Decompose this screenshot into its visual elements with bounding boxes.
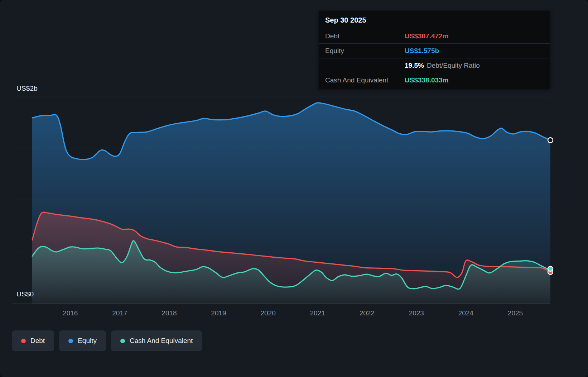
x-tick-label: 2018 [162, 309, 177, 317]
tooltip-debt-label: Debt [325, 32, 405, 40]
tooltip-row-ratio: 19.5%Debt/Equity Ratio [319, 58, 550, 73]
tooltip-date: Sep 30 2025 [319, 11, 550, 29]
y-axis-label-min: US$0 [16, 290, 34, 298]
legend-equity-label: Equity [78, 337, 97, 345]
tooltip-row-equity: Equity US$1.575b [319, 43, 550, 58]
legend-item-debt[interactable]: Debt [12, 330, 54, 351]
tooltip-row-cash: Cash And Equivalent US$338.033m [319, 73, 550, 87]
cash-and-equivalent-end-marker [548, 266, 553, 271]
legend-item-cash[interactable]: Cash And Equivalent [111, 330, 202, 351]
x-tick-label: 2019 [211, 309, 226, 317]
equity-legend-dot-icon [68, 339, 73, 343]
legend-item-equity[interactable]: Equity [59, 330, 106, 351]
debt-equity-history-chart: 2016201720182019202020212022202320242025… [0, 0, 588, 377]
tooltip-cash-value: US$338.033m [405, 76, 449, 84]
debt-legend-dot-icon [21, 339, 26, 343]
x-tick-label: 2020 [260, 309, 275, 317]
x-tick-label: 2021 [310, 309, 325, 317]
y-axis-label-max: US$2b [16, 85, 38, 92]
tooltip-row-debt: Debt US$307.472m [319, 29, 550, 43]
legend-debt-label: Debt [30, 337, 45, 345]
tooltip-ratio-label: Debt/Equity Ratio [427, 62, 480, 69]
x-tick-label: 2024 [458, 309, 474, 317]
tooltip-ratio-percent: 19.5% [405, 62, 424, 69]
cash-legend-dot-icon [120, 339, 125, 343]
tooltip-equity-value: US$1.575b [405, 47, 439, 55]
tooltip-debt-value: US$307.472m [405, 32, 449, 40]
x-tick-label: 2016 [63, 309, 78, 317]
x-tick-label: 2017 [112, 309, 127, 317]
legend-cash-label: Cash And Equivalent [130, 337, 193, 345]
chart-tooltip: Sep 30 2025 Debt US$307.472m Equity US$1… [319, 11, 550, 89]
x-tick-label: 2025 [508, 309, 523, 317]
tooltip-cash-label: Cash And Equivalent [325, 76, 405, 84]
chart-legend: Debt Equity Cash And Equivalent [12, 330, 202, 351]
tooltip-equity-label: Equity [325, 47, 405, 55]
tooltip-ratio-value: 19.5%Debt/Equity Ratio [405, 62, 480, 70]
x-tick-label: 2022 [360, 309, 375, 317]
equity-end-marker [548, 138, 553, 143]
x-tick-label: 2023 [409, 309, 424, 317]
